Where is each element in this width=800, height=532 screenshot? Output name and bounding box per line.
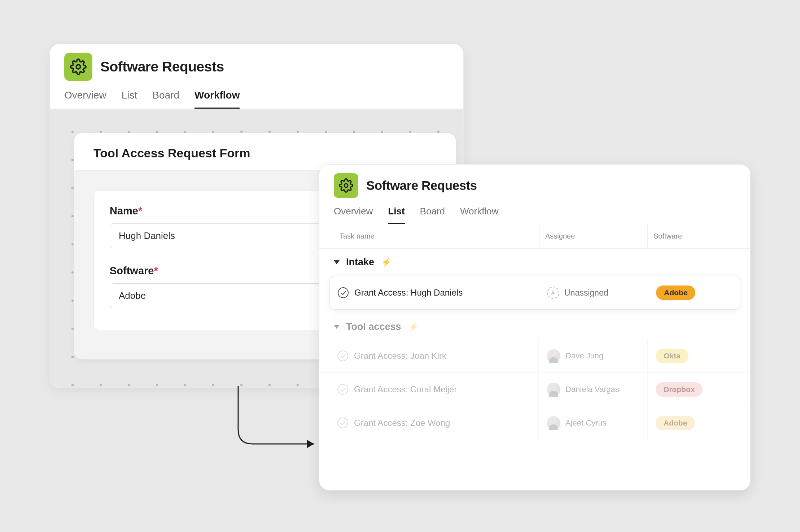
assignee-name: Dave Jung: [565, 351, 603, 361]
software-pill: Okta: [656, 349, 688, 363]
check-circle-icon[interactable]: [337, 350, 348, 361]
software-pill: Dropbox: [656, 382, 703, 397]
tab-workflow[interactable]: Workflow: [194, 90, 240, 109]
check-circle-icon[interactable]: [337, 418, 348, 428]
tab-list[interactable]: List: [122, 90, 137, 109]
svg-point-0: [76, 65, 80, 69]
check-circle-icon[interactable]: [337, 384, 348, 395]
task-name: Grant Access: Joan Kirk: [354, 351, 446, 361]
software-pill: Adobe: [656, 285, 695, 300]
column-headers: Task name Assignee Software: [319, 224, 750, 249]
unassigned-icon: [547, 287, 559, 299]
check-circle-icon[interactable]: [338, 287, 349, 298]
task-name: Grant Access: Zoe Wong: [354, 418, 450, 428]
section-intake[interactable]: Intake ⚡: [319, 249, 750, 274]
task-row[interactable]: Grant Access: Zoe Wong Ajeet Cyrus Adobe: [319, 406, 750, 440]
software-cell[interactable]: Adobe: [648, 276, 740, 309]
chevron-down-icon: [334, 260, 340, 264]
task-cell: Grant Access: Joan Kirk: [329, 339, 539, 372]
list-card: Software Requests Overview List Board Wo…: [319, 164, 751, 490]
svg-point-2: [552, 291, 554, 293]
assignee-name: Ajeet Cyrus: [565, 418, 607, 428]
svg-point-1: [344, 184, 348, 187]
task-row[interactable]: Grant Access: Joan Kirk Dave Jung Okta: [319, 339, 750, 372]
list-tabs: Overview List Board Workflow: [319, 198, 750, 224]
task-cell: Grant Access: Coral Meijer: [329, 373, 539, 406]
tab-workflow[interactable]: Workflow: [460, 206, 498, 224]
assignee-name: Unassigned: [564, 288, 608, 298]
section-tool-access[interactable]: Tool access ⚡: [319, 313, 750, 339]
bolt-icon: ⚡: [408, 322, 418, 332]
section-title: Tool access: [346, 321, 401, 332]
avatar: [547, 416, 560, 430]
tab-list[interactable]: List: [388, 206, 405, 224]
tab-board[interactable]: Board: [152, 90, 179, 109]
tab-board[interactable]: Board: [420, 206, 445, 224]
tab-overview[interactable]: Overview: [334, 206, 373, 224]
avatar: [547, 383, 560, 396]
task-cell: Grant Access: Hugh Daniels: [330, 276, 539, 309]
gear-icon: [64, 53, 92, 81]
col-assignee[interactable]: Assignee: [539, 224, 648, 248]
task-name: Grant Access: Coral Meijer: [354, 384, 457, 394]
bolt-icon: ⚡: [381, 258, 391, 267]
assignee-cell[interactable]: Daniela Vargas: [539, 373, 648, 406]
avatar: [547, 349, 560, 363]
task-row[interactable]: Grant Access: Hugh Daniels Unassigned Ad…: [329, 276, 740, 310]
tab-overview[interactable]: Overview: [64, 90, 106, 109]
assignee-name: Daniela Vargas: [565, 385, 619, 394]
gear-icon: [334, 173, 358, 198]
task-row[interactable]: Grant Access: Coral Meijer Daniela Varga…: [319, 372, 750, 406]
software-cell[interactable]: Okta: [648, 339, 740, 372]
list-title: Software Requests: [366, 178, 477, 193]
software-cell[interactable]: Dropbox: [648, 373, 740, 406]
software-pill: Adobe: [656, 416, 695, 430]
software-cell[interactable]: Adobe: [648, 406, 740, 440]
connector-arrow-icon: [231, 386, 325, 458]
col-task[interactable]: Task name: [334, 224, 539, 248]
list-header: Software Requests: [319, 165, 750, 198]
assignee-cell[interactable]: Unassigned: [539, 276, 648, 309]
assignee-cell[interactable]: Ajeet Cyrus: [539, 406, 648, 440]
workflow-title: Software Requests: [100, 59, 224, 75]
task-name: Grant Access: Hugh Daniels: [354, 288, 463, 298]
chevron-down-icon: [334, 325, 340, 329]
workflow-header: Software Requests: [50, 44, 463, 81]
workflow-tabs: Overview List Board Workflow: [50, 81, 463, 109]
col-software[interactable]: Software: [648, 224, 736, 248]
section-title: Intake: [346, 257, 374, 268]
task-cell: Grant Access: Zoe Wong: [329, 406, 539, 440]
assignee-cell[interactable]: Dave Jung: [539, 339, 648, 372]
